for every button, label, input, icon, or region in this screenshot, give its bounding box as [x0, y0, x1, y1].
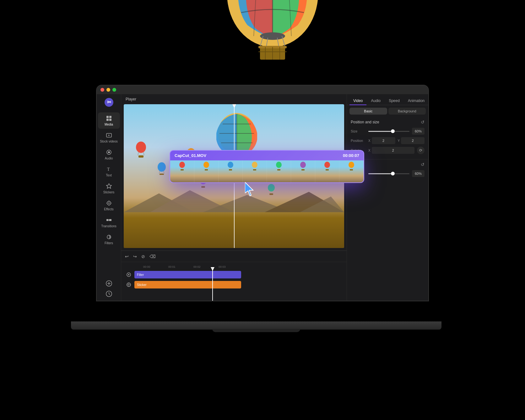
filmstrip-frame-7 [315, 160, 339, 182]
sidebar-item-transitions[interactable]: Transitions [98, 214, 120, 230]
sidebar-item-audio[interactable]: Audio [98, 146, 120, 163]
position-y-box: Y 2 [398, 137, 425, 144]
opacity-slider[interactable] [368, 173, 409, 174]
clock-icon[interactable] [106, 290, 112, 297]
tab-speed[interactable]: Speed [385, 97, 403, 105]
close-button[interactable] [100, 88, 104, 92]
position-x-box: X 2 [368, 137, 395, 144]
app-container: ✂ Media Stock videos [97, 94, 428, 301]
split-button[interactable]: ⊘ [141, 254, 145, 259]
svg-point-80 [179, 162, 185, 168]
redo-button[interactable]: ↪ [133, 254, 137, 259]
filmstrip-frame-6 [291, 160, 315, 182]
filmstrip-frame-5 [267, 160, 291, 182]
filters-label: Filters [105, 241, 113, 245]
minimize-button[interactable] [106, 88, 110, 92]
filmstrip-frame-4 [243, 160, 267, 182]
position-y-value[interactable]: 2 [401, 137, 425, 144]
filter-track-icon [125, 271, 133, 278]
sidebar-item-stock-videos[interactable]: Stock videos [98, 129, 120, 146]
svg-point-59 [158, 162, 166, 172]
size-value[interactable]: 60% [412, 128, 425, 135]
filmstrip-frame-3 [219, 160, 243, 182]
rotate-x-value[interactable]: 2 [372, 147, 414, 154]
media-label: Media [105, 123, 113, 126]
svg-marker-23 [108, 135, 110, 136]
opacity-value[interactable]: 60% [412, 170, 425, 177]
svg-point-29 [108, 202, 110, 204]
svg-point-90 [300, 162, 306, 168]
position-label: Position [351, 139, 366, 143]
svg-point-84 [228, 162, 233, 168]
svg-marker-96 [245, 182, 253, 196]
svg-point-94 [349, 162, 354, 168]
sidebar-item-filters[interactable]: Filters [98, 231, 120, 247]
svg-point-25 [108, 151, 110, 153]
sticker-clip[interactable]: Sticker [134, 281, 241, 288]
svg-rect-34 [106, 219, 108, 221]
svg-rect-58 [138, 155, 143, 158]
svg-rect-95 [350, 169, 353, 170]
titlebar [97, 85, 428, 94]
player-title: Player [126, 97, 136, 101]
position-x-label: X [368, 139, 371, 143]
position-size-reset[interactable]: ↺ [421, 120, 425, 125]
position-y-label: Y [398, 139, 400, 143]
blend-reset[interactable]: ↺ [421, 162, 425, 167]
svg-rect-81 [181, 169, 184, 170]
position-x-value[interactable]: 2 [372, 137, 395, 144]
sub-tab-basic[interactable]: Basic [349, 108, 387, 115]
tab-audio[interactable]: Audio [367, 97, 384, 105]
transitions-label: Transitions [101, 224, 116, 228]
main-balloon-decoration [222, 0, 323, 64]
position-size-title: Position and size [351, 120, 379, 124]
stickers-label: Stickers [103, 191, 115, 194]
delete-button[interactable]: ⌫ [149, 254, 156, 259]
sub-tab-background[interactable]: Background [388, 108, 426, 115]
sidebar-item-effects[interactable]: Effects [98, 197, 120, 213]
svg-rect-68 [201, 186, 205, 188]
filters-icon [106, 234, 112, 240]
laptop-base [71, 321, 441, 330]
undo-button[interactable]: ↩ [125, 254, 129, 259]
filmstrip-frame-1 [170, 160, 194, 182]
add-icon[interactable] [106, 280, 112, 287]
sidebar-item-stickers[interactable]: Stickers [98, 180, 120, 197]
text-label: Text [106, 174, 111, 177]
clip-filmstrip [170, 160, 364, 182]
ruler-mark-2: 00:02 [193, 265, 219, 268]
svg-marker-27 [106, 184, 111, 188]
rotate-icon[interactable]: ⟳ [417, 147, 425, 154]
tab-video[interactable]: Video [349, 97, 366, 105]
playhead [212, 269, 213, 301]
filmstrip-frame-2 [194, 160, 219, 182]
track-row-filter: Filter [125, 270, 343, 279]
timeline-ruler: 00:00 00:01 00:02 00:03 [121, 262, 347, 269]
panel-tabs: Video Audio Speed Animation [347, 94, 428, 105]
svg-point-55 [136, 142, 146, 153]
timeline-tracks: Filter Sticker [121, 269, 347, 301]
panel-sub-tabs: Basic Background [347, 105, 428, 117]
clip-duration: 00:00:07 [343, 153, 359, 158]
svg-point-86 [252, 162, 257, 168]
filter-clip[interactable]: Filter [134, 271, 241, 278]
laptop-foot [212, 329, 300, 332]
rotate-x-label: X [368, 149, 371, 152]
app-logo: ✂ [103, 97, 115, 108]
clip-card-header: CapCut_01.MOV 00:00:07 [170, 151, 364, 160]
floating-clip-card[interactable]: CapCut_01.MOV 00:00:07 [170, 150, 364, 183]
size-label: Size [351, 129, 366, 133]
effects-label: Effects [104, 207, 113, 211]
maximize-button[interactable] [112, 88, 116, 92]
size-slider[interactable] [368, 131, 409, 132]
sidebar-item-text[interactable]: T Text [98, 163, 120, 180]
audio-label: Audio [105, 157, 113, 160]
tab-animation[interactable]: Animation [404, 97, 428, 105]
svg-rect-72 [269, 193, 273, 195]
rotate-x-box: X 2 [368, 147, 414, 154]
svg-line-57 [143, 152, 144, 155]
screen-bezel: ✂ Media Stock videos [96, 85, 429, 301]
ruler-mark-1: 00:01 [168, 265, 193, 268]
sticker-track-icon [125, 281, 133, 288]
sidebar-item-media[interactable]: Media [98, 112, 120, 129]
